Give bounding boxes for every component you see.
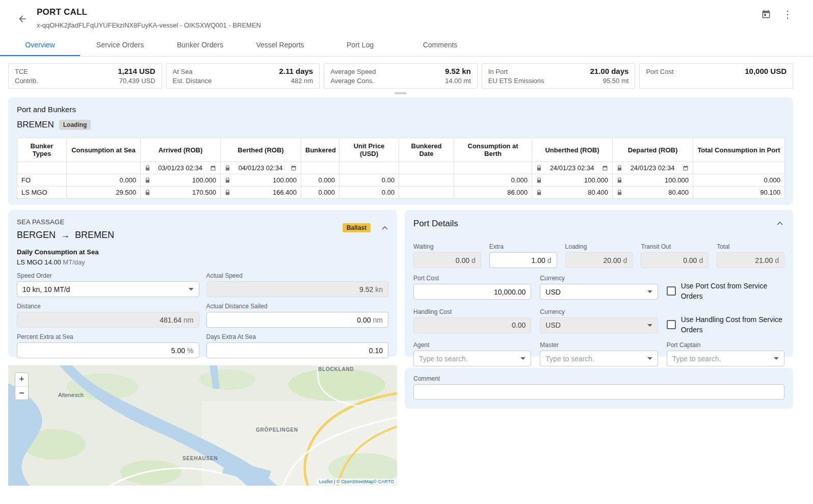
cell-empty	[67, 162, 141, 174]
unberthed-date-cell[interactable]: 24/01/23 02:34	[532, 162, 613, 174]
days-extra-field[interactable]: 0.10	[206, 342, 389, 358]
page-subtitle: x-qqOHK2jfadFLFqUYUFEkziNX8FuyKA-vessel …	[37, 21, 261, 29]
comment-input[interactable]	[413, 384, 784, 400]
map-label-gropelingen: GRÖPELINGEN	[256, 427, 298, 433]
cell-bunker-type: LS MGO	[17, 187, 67, 199]
table-dates-row: 03/01/23 02:34 04/01/23 02:34	[17, 162, 785, 174]
actual-distance-label: Actual Distance Sailed	[206, 303, 389, 310]
cell-consumption-at-berth[interactable]: 0.000	[454, 174, 532, 187]
calendar-button[interactable]	[761, 9, 771, 19]
tab-service-orders[interactable]: Service Orders	[80, 34, 160, 56]
col-berthed-rob: Berthed (ROB)	[221, 138, 301, 162]
cell-unberthed-rob[interactable]: 80.400	[532, 187, 613, 199]
table-row-lsmgo: LS MGO 29.500 170.500 166.400 0.000 0.00…	[17, 187, 785, 199]
transit-out-label: Transit Out	[641, 243, 709, 250]
port-call-page: PORT CALL x-qqOHK2jfadFLFqUYUFEkziNX8Fuy…	[0, 0, 813, 504]
agent-label: Agent	[413, 341, 531, 349]
map-label-seehausen: SEEHAUSEN	[182, 456, 218, 461]
table-header-row: Bunker Types Consumption at Sea Arrived …	[17, 138, 785, 162]
speed-order-select[interactable]: 10 kn, 10 MT/d	[17, 281, 199, 297]
osm-link[interactable]: © OpenStreetMap	[336, 479, 374, 484]
departed-date[interactable]: 24/01/23 02:34	[624, 164, 680, 172]
transit-out-field: 0.00d	[641, 252, 709, 268]
departed-date-cell[interactable]: 24/01/23 02:34	[613, 162, 693, 174]
tab-port-log[interactable]: Port Log	[320, 34, 400, 56]
cell-departed-rob[interactable]: 80.400	[613, 187, 693, 199]
chevron-down-icon	[647, 357, 652, 360]
cell-empty	[301, 162, 339, 174]
leaflet-link[interactable]: Leaflet	[319, 479, 333, 484]
extra-field[interactable]: 1.00d	[489, 252, 557, 268]
zoom-in-button[interactable]: +	[15, 373, 28, 386]
col-bunkered-date: Bunkered Date	[399, 138, 454, 162]
cell-consumption-at-sea[interactable]: 29.500	[67, 187, 141, 199]
arrived-date-cell[interactable]: 03/01/23 02:34	[141, 162, 221, 174]
cell-bunkered[interactable]: 0.000	[301, 174, 339, 187]
chevron-down-icon	[520, 357, 526, 360]
actual-distance-field[interactable]: 0.00nm	[206, 312, 389, 328]
port-cost-field[interactable]: 10,000.00	[413, 284, 531, 300]
actual-speed-field: 9.52kn	[206, 281, 389, 297]
cell-berthed-rob[interactable]: 166.400	[221, 187, 301, 199]
zoom-out-button[interactable]: −	[15, 386, 28, 400]
unberthed-date[interactable]: 24/01/23 02:34	[544, 164, 600, 172]
agent-search-input[interactable]: Type to search.	[413, 351, 531, 366]
port-details-panel: Port Details Waiting 0.00d Extra 1.00d	[405, 210, 793, 357]
tab-overview[interactable]: Overview	[0, 34, 80, 56]
arrived-date[interactable]: 03/01/23 02:34	[152, 164, 208, 172]
arrow-right-icon: →	[61, 230, 70, 241]
kpi-card-in-port: In Port21.00 days EU ETS Emissions95.50 …	[482, 63, 636, 89]
cell-bunkered[interactable]: 0.000	[301, 187, 339, 199]
calendar-icon	[291, 165, 297, 171]
cell-unberthed-rob[interactable]: 100.000	[532, 174, 613, 187]
handling-currency-select: USD	[540, 317, 658, 333]
cell-departed-rob[interactable]: 100.000	[613, 174, 693, 187]
cell-arrived-rob[interactable]: 170.500	[141, 187, 221, 199]
use-handling-cost-checkbox[interactable]	[667, 320, 676, 329]
use-port-cost-checkbox[interactable]	[667, 286, 676, 296]
route-to: BREMEN	[75, 230, 114, 241]
carto-link[interactable]: © CARTO	[374, 479, 394, 484]
map-canvas: BLOCKLAND Altenesch GRÖPELINGEN SEEHAUSE…	[8, 365, 397, 486]
calendar-icon	[683, 165, 689, 171]
kpi-sublabel: Contrib.	[15, 77, 38, 85]
loading-label: Loading	[565, 243, 633, 250]
col-unit-price: Unit Price (USD)	[339, 138, 399, 162]
cell-empty	[399, 162, 454, 174]
collapse-sea-passage-button[interactable]	[382, 226, 388, 230]
route-map[interactable]: BLOCKLAND Altenesch GRÖPELINGEN SEEHAUSE…	[8, 365, 397, 486]
berthed-date-cell[interactable]: 04/01/23 02:34	[221, 162, 301, 174]
drag-handle[interactable]	[395, 92, 407, 94]
cell-arrived-rob[interactable]: 100.000	[141, 174, 221, 187]
berthed-date[interactable]: 04/01/23 02:34	[232, 164, 289, 172]
percent-extra-label: Percent Extra at Sea	[17, 333, 199, 340]
tab-comments[interactable]: Comments	[400, 34, 480, 56]
tab-bunker-orders[interactable]: Bunker Orders	[160, 34, 240, 56]
map-attribution: Leaflet | © OpenStreetMap© CARTO	[317, 479, 396, 485]
cell-consumption-at-berth[interactable]: 86.000	[454, 187, 532, 199]
port-cost-currency-select[interactable]: USD	[540, 284, 658, 300]
port-captain-search-input[interactable]: Type to search.	[667, 351, 784, 366]
cell-unit-price[interactable]: 0.00	[339, 174, 399, 187]
bunkers-table: Bunker Types Consumption at Sea Arrived …	[17, 138, 785, 199]
master-search-input[interactable]: Type to search.	[540, 351, 658, 366]
cell-consumption-at-sea[interactable]: 0.000	[67, 174, 141, 187]
lock-icon	[145, 177, 150, 183]
cell-unit-price[interactable]: 0.00	[339, 187, 399, 199]
lock-icon	[536, 190, 542, 196]
cell-bunkered-date[interactable]	[399, 187, 454, 199]
kpi-label: Port Cost	[646, 68, 673, 75]
cell-bunkered-date[interactable]	[399, 174, 454, 187]
kpi-card-average-speed: Average Speed9.52 kn Average Cons.14.00 …	[324, 63, 478, 89]
distance-label: Distance	[17, 303, 199, 310]
lock-icon	[145, 165, 150, 171]
back-button[interactable]	[17, 9, 28, 29]
kpi-label: In Port	[488, 68, 508, 75]
collapse-port-details-button[interactable]	[777, 221, 783, 225]
tab-vessel-reports[interactable]: Vessel Reports	[240, 34, 320, 56]
col-bunkered: Bunkered	[301, 138, 339, 162]
more-menu-button[interactable]: ⋮	[782, 9, 793, 19]
col-unberthed-rob: Unberthed (ROB)	[532, 138, 613, 162]
percent-extra-field[interactable]: 5.00%	[17, 342, 199, 358]
cell-berthed-rob[interactable]: 100.000	[221, 174, 301, 187]
